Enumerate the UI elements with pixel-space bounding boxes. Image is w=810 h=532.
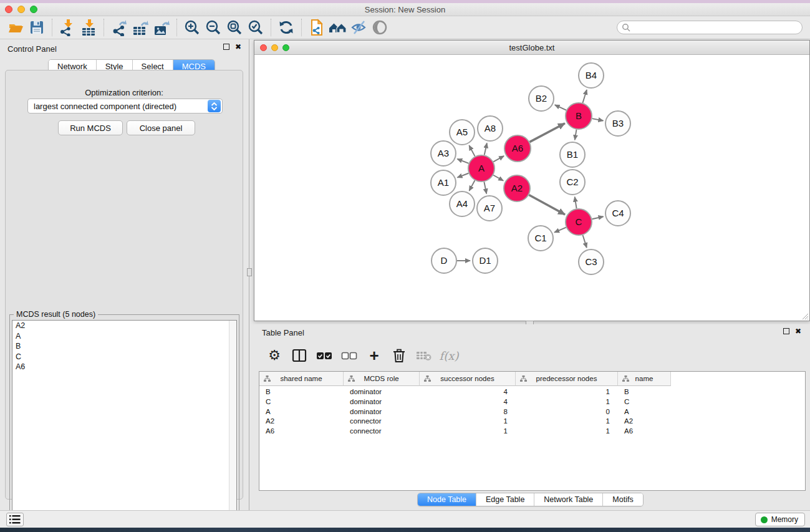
graph-node-A[interactable]: A bbox=[468, 155, 494, 181]
zoom-out-button[interactable] bbox=[203, 17, 224, 37]
close-panel-icon[interactable]: ✖ bbox=[235, 44, 241, 50]
graph-edge-A-A5[interactable] bbox=[469, 145, 475, 156]
graph-edge-A6-B[interactable] bbox=[529, 123, 564, 142]
create-column-button[interactable]: + bbox=[364, 345, 385, 366]
show-columns-button[interactable] bbox=[289, 345, 310, 366]
table-cell[interactable]: A bbox=[618, 407, 671, 417]
table-row[interactable]: Bdominator41B bbox=[259, 387, 671, 397]
graph-node-A8[interactable]: A8 bbox=[478, 116, 503, 141]
close-panel-button[interactable]: Close panel bbox=[127, 120, 195, 135]
graph-edge-A2-C[interactable] bbox=[529, 195, 565, 215]
network-window-titlebar[interactable]: testGlobe.txt bbox=[254, 41, 809, 55]
mcds-result-item[interactable]: B bbox=[12, 341, 236, 352]
tab-network-table[interactable]: Network Table bbox=[534, 493, 603, 506]
table-cell[interactable]: 4 bbox=[420, 387, 516, 397]
table-row[interactable]: A6connector11A6 bbox=[259, 427, 671, 437]
graph-node-C3[interactable]: C3 bbox=[579, 249, 604, 274]
select-all-button[interactable] bbox=[314, 345, 335, 366]
graph-node-B4[interactable]: B4 bbox=[579, 63, 604, 88]
graph-node-A2[interactable]: A2 bbox=[504, 175, 530, 201]
refresh-layout-button[interactable] bbox=[276, 17, 297, 37]
tab-motifs[interactable]: Motifs bbox=[603, 493, 642, 506]
home-button[interactable] bbox=[327, 17, 349, 37]
open-session-file-button[interactable] bbox=[306, 17, 327, 37]
table-cell[interactable]: C bbox=[618, 397, 671, 407]
graph-edge-B-B2[interactable] bbox=[555, 105, 566, 110]
graph-node-C2[interactable]: C2 bbox=[560, 170, 585, 195]
table-row[interactable]: A2connector11A2 bbox=[259, 417, 671, 427]
table-cell[interactable]: dominator bbox=[344, 387, 420, 397]
graph-edge-A-A7[interactable] bbox=[484, 182, 486, 194]
graph-edge-A-A4[interactable] bbox=[469, 180, 475, 191]
table-cell[interactable]: B bbox=[259, 387, 344, 397]
delete-columns-button[interactable] bbox=[388, 345, 410, 366]
graph-node-C[interactable]: C bbox=[566, 209, 592, 235]
table-cell[interactable]: A6 bbox=[618, 427, 671, 437]
deselect-all-button[interactable] bbox=[339, 345, 360, 366]
panel-splitter-grip[interactable] bbox=[247, 268, 252, 276]
graph-node-D[interactable]: D bbox=[432, 248, 456, 273]
table-cell[interactable]: 1 bbox=[516, 387, 618, 397]
import-table-button[interactable] bbox=[78, 17, 99, 37]
zoom-fit-button[interactable] bbox=[224, 17, 245, 37]
graph-edge-A-A3[interactable] bbox=[457, 159, 468, 163]
show-graphics-details-button[interactable] bbox=[370, 17, 391, 37]
save-session-button[interactable] bbox=[26, 17, 47, 37]
graph-node-A3[interactable]: A3 bbox=[431, 141, 456, 166]
export-table-button[interactable] bbox=[130, 17, 151, 37]
graph-edge-C-C4[interactable] bbox=[592, 216, 603, 219]
graph-edge-B-B3[interactable] bbox=[592, 118, 604, 120]
graph-edge-A-A2[interactable] bbox=[493, 175, 503, 181]
export-network-button[interactable] bbox=[108, 17, 130, 37]
mcds-result-item[interactable]: C bbox=[12, 352, 236, 362]
table-cell[interactable]: 4 bbox=[420, 397, 516, 407]
search-input[interactable] bbox=[617, 21, 803, 34]
graph-node-B1[interactable]: B1 bbox=[560, 142, 585, 167]
column-header-predecessor-nodes[interactable]: predecessor nodes bbox=[516, 372, 618, 386]
mcds-result-item[interactable]: A6 bbox=[12, 362, 236, 372]
column-header-successor-nodes[interactable]: successor nodes bbox=[420, 372, 516, 386]
table-cell[interactable]: 1 bbox=[420, 427, 516, 437]
table-cell[interactable]: 0 bbox=[516, 407, 618, 417]
tab-edge-table[interactable]: Edge Table bbox=[476, 493, 534, 506]
graph-edge-A-A1[interactable] bbox=[457, 173, 468, 178]
column-header-name[interactable]: name bbox=[618, 372, 671, 386]
hide-graphics-details-button[interactable] bbox=[349, 17, 370, 37]
memory-status-button[interactable]: Memory bbox=[755, 513, 805, 526]
table-cell[interactable]: 1 bbox=[420, 417, 516, 427]
graph-node-A6[interactable]: A6 bbox=[504, 135, 531, 162]
graph-node-B[interactable]: B bbox=[566, 103, 592, 129]
graph-edge-A-A6[interactable] bbox=[493, 156, 504, 162]
table-cell[interactable]: A2 bbox=[618, 417, 671, 427]
graph-node-A5[interactable]: A5 bbox=[450, 120, 475, 145]
resize-grip-icon[interactable] bbox=[801, 312, 809, 320]
graph-node-A7[interactable]: A7 bbox=[477, 196, 502, 221]
graph-edge-B-B1[interactable] bbox=[575, 130, 577, 140]
mcds-list-scrollbar[interactable] bbox=[229, 321, 236, 520]
delete-table-button[interactable] bbox=[413, 345, 435, 366]
open-session-button[interactable] bbox=[5, 17, 26, 37]
table-row[interactable]: Adominator80A bbox=[259, 407, 671, 417]
optimization-criterion-select[interactable]: largest connected component (directed) bbox=[27, 99, 223, 114]
table-cell[interactable]: B bbox=[618, 387, 671, 397]
graph-node-A1[interactable]: A1 bbox=[431, 170, 456, 195]
table-cell[interactable]: 1 bbox=[516, 427, 618, 437]
graph-edge-C-C3[interactable] bbox=[583, 235, 587, 248]
graph-edge-B-B4[interactable] bbox=[582, 90, 586, 103]
table-cell[interactable]: dominator bbox=[344, 397, 420, 407]
table-cell[interactable]: A6 bbox=[259, 427, 344, 437]
table-cell[interactable]: A bbox=[259, 407, 344, 417]
network-canvas[interactable]: B4B2BB3B1C2A5A8A3A6AA1A2A4A7CC4C1C3DD1 bbox=[255, 56, 809, 321]
mcds-result-item[interactable]: A2 bbox=[12, 321, 236, 331]
run-mcds-button[interactable]: Run MCDS bbox=[58, 120, 123, 135]
table-cell[interactable]: A2 bbox=[259, 417, 344, 427]
table-settings-button[interactable]: ⚙ bbox=[264, 345, 285, 366]
graph-node-D1[interactable]: D1 bbox=[473, 248, 498, 273]
function-builder-button[interactable]: f(x) bbox=[438, 345, 460, 366]
zoom-in-button[interactable] bbox=[181, 17, 203, 37]
column-header-MCDS-role[interactable]: MCDS role bbox=[344, 372, 420, 386]
mcds-result-item[interactable]: A bbox=[12, 331, 236, 342]
graph-edge-C-C1[interactable] bbox=[554, 228, 566, 233]
zoom-selected-button[interactable] bbox=[245, 17, 266, 37]
table-cell[interactable]: 1 bbox=[516, 397, 618, 407]
